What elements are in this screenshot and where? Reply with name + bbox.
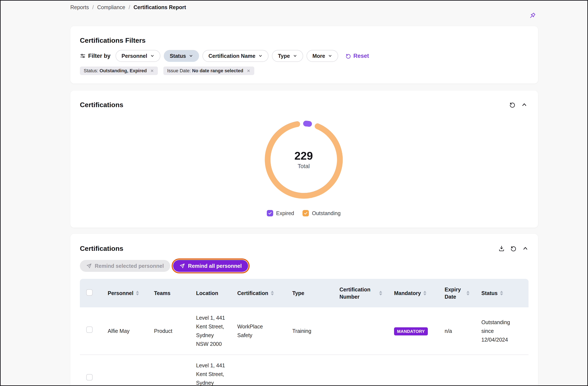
filters-card: Certifications Filters Filter by Personn… <box>70 26 538 84</box>
filter-dropdown-status[interactable]: Status <box>164 50 199 62</box>
column-header-certification[interactable]: Certification <box>237 290 280 297</box>
filter-dropdown-type[interactable]: Type <box>272 50 303 62</box>
chip-prefix: Status: <box>84 68 98 73</box>
table-row: Level 1, 441 Kent Street, Sydney NSW 200… <box>80 355 528 386</box>
filter-row: Filter by Personnel Status Certification… <box>80 50 528 62</box>
column-header-status[interactable]: Status <box>481 290 517 297</box>
filter-by-label-group: Filter by <box>80 53 110 59</box>
legend-item-expired[interactable]: Expired <box>267 210 294 216</box>
reset-icon <box>345 53 351 59</box>
column-header-expiry-date[interactable]: Expiry Date <box>445 286 469 300</box>
sort-icon <box>136 291 139 295</box>
cell-clipped <box>522 355 528 386</box>
active-filter-chips: Status: Outstanding, Expired Issue Date:… <box>80 67 528 75</box>
cell-certification-number <box>333 307 387 355</box>
cell-certification <box>231 355 286 386</box>
certifications-chart-card: Certifications 229 Total <box>70 91 538 228</box>
certifications-report-page: Reports / Compliance / Certifications Re… <box>0 0 588 386</box>
filter-dropdown-personnel[interactable]: Personnel <box>116 50 160 62</box>
table-header-row: Personnel Teams Location Certification <box>80 279 528 307</box>
cell-location: Level 1, 441 Kent Street, Sydney NSW 200… <box>189 307 231 355</box>
chevron-down-icon <box>258 54 263 58</box>
filter-by-label: Filter by <box>88 53 110 59</box>
chart-card-title: Certifications <box>80 101 123 109</box>
collapse-chevron-up-icon[interactable] <box>522 245 528 252</box>
certifications-donut-chart: 229 Total <box>262 118 346 202</box>
breadcrumb-separator: / <box>92 4 94 10</box>
sort-icon <box>500 291 503 295</box>
column-header-type: Type <box>292 290 328 297</box>
row-checkbox[interactable] <box>86 326 93 333</box>
reset-label: Reset <box>353 53 369 59</box>
column-header-location: Location <box>196 290 225 297</box>
column-label: Type <box>292 290 304 297</box>
dropdown-label: Certification Name <box>208 53 255 59</box>
column-header-certification-number[interactable]: Certification Number <box>339 286 382 300</box>
breadcrumb-reports[interactable]: Reports <box>70 4 89 10</box>
chip-close-icon[interactable] <box>247 69 251 73</box>
table-row: Alfie May Product Level 1, 441 Kent Stre… <box>80 307 528 355</box>
legend-item-outstanding[interactable]: Outstanding <box>302 210 340 216</box>
cell-mandatory: MANDATORY <box>387 307 438 355</box>
reset-filters-button[interactable]: Reset <box>345 53 369 59</box>
chevron-down-icon <box>150 54 154 58</box>
column-header-personnel[interactable]: Personnel <box>108 290 142 297</box>
expired-checkbox[interactable] <box>267 210 273 216</box>
pin-icon[interactable] <box>527 11 537 21</box>
outstanding-checkbox[interactable] <box>302 210 309 216</box>
cell-type <box>286 355 333 386</box>
table-actions: Remind selected personnel Remind all per… <box>80 260 528 272</box>
donut-total-value: 229 <box>294 150 313 162</box>
sort-icon <box>379 291 382 295</box>
breadcrumb-current-page: Certifications Report <box>133 4 186 10</box>
dropdown-label: Type <box>278 53 290 59</box>
cell-type: Training <box>286 307 333 355</box>
collapse-chevron-up-icon[interactable] <box>521 102 527 108</box>
column-label: Expiry Date <box>445 286 464 300</box>
cell-personnel <box>101 355 147 386</box>
donut-total-label: Total <box>298 163 310 170</box>
check-icon <box>268 211 272 215</box>
chart-legend: Expired Outstanding <box>80 210 527 216</box>
certifications-table-card: Certifications Remind selected p <box>70 234 538 386</box>
chevron-down-icon <box>293 54 297 58</box>
chip-prefix: Issue Date: <box>167 68 191 73</box>
download-icon[interactable] <box>498 245 505 252</box>
filter-chip-status: Status: Outstanding, Expired <box>80 67 158 75</box>
send-icon <box>86 263 92 269</box>
column-header-mandatory[interactable]: Mandatory <box>394 290 433 297</box>
row-checkbox[interactable] <box>86 374 93 381</box>
breadcrumb-separator: / <box>129 4 130 10</box>
sort-icon <box>271 291 274 295</box>
breadcrumb-compliance[interactable]: Compliance <box>97 4 125 10</box>
column-label: Status <box>481 290 498 297</box>
button-label: Remind all personnel <box>188 263 242 269</box>
chevron-down-icon <box>328 54 332 58</box>
remind-selected-personnel-button[interactable]: Remind selected personnel <box>80 260 170 272</box>
refresh-icon[interactable] <box>509 102 516 108</box>
filter-sliders-icon <box>80 53 86 59</box>
remind-all-personnel-button[interactable]: Remind all personnel <box>173 260 248 272</box>
cell-status <box>475 355 522 386</box>
certifications-table: Personnel Teams Location Certification <box>80 279 528 386</box>
chip-close-icon[interactable] <box>150 69 154 73</box>
dropdown-label: Personnel <box>122 53 147 59</box>
refresh-icon[interactable] <box>510 245 517 252</box>
legend-label: Outstanding <box>312 210 340 216</box>
cell-teams: Product <box>147 307 189 355</box>
select-all-checkbox[interactable] <box>86 289 93 296</box>
filter-chip-issue-date: Issue Date: No date range selected <box>163 67 254 75</box>
table-card-title: Certifications <box>80 245 123 252</box>
filter-dropdown-certification-name[interactable]: Certification Name <box>202 50 269 62</box>
column-header-teams: Teams <box>154 290 184 297</box>
column-label: Personnel <box>108 290 133 297</box>
cell-clipped <box>522 307 528 355</box>
filter-dropdown-more[interactable]: More <box>307 50 338 62</box>
send-icon <box>180 263 185 269</box>
sort-icon <box>466 291 469 295</box>
cell-mandatory <box>387 355 438 386</box>
chevron-down-icon <box>189 54 193 58</box>
column-label: Certification <box>237 290 268 297</box>
button-label: Remind selected personnel <box>95 263 164 269</box>
mandatory-badge: MANDATORY <box>394 327 428 335</box>
